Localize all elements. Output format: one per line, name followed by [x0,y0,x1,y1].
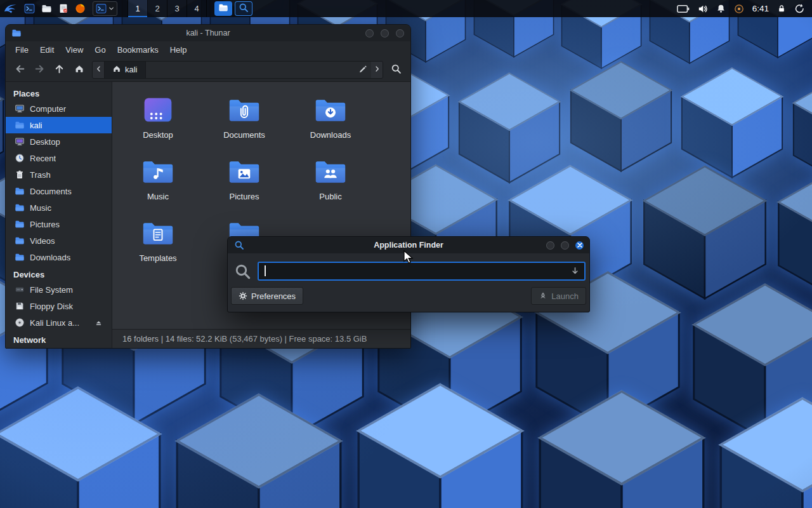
eject-icon[interactable] [95,319,108,327]
sidebar-item-downloads[interactable]: Downloads [6,249,112,265]
file-label: Music [147,192,169,201]
firefox-launcher[interactable] [72,0,89,17]
thunar-close-button[interactable] [396,29,404,37]
menu-file[interactable]: File [10,45,34,55]
edit-path-button[interactable] [355,62,371,78]
panel-clock[interactable]: 6:41 [752,4,769,13]
thunar-menubar: FileEditViewGoBookmarksHelp [6,41,410,58]
appfinder-minimize-button[interactable] [546,241,554,250]
sidebar-item-recent[interactable]: Recent [6,150,112,166]
sidebar-item-label: Videos [30,236,55,246]
arrow-left-icon [15,64,25,76]
sidebar-item-label: kali [30,121,43,130]
file-templates[interactable]: Templates [115,213,201,274]
sidebar-item-kali-linux-a[interactable]: Kali Linux a... [6,314,112,331]
sidebar-item-label: Floppy Disk [30,302,73,311]
sidebar-item-kali[interactable]: kali [6,117,112,133]
path-scroll-right-button[interactable] [371,62,383,78]
sidebar-item-videos[interactable]: Videos [6,232,112,249]
path-scroll-left-button[interactable] [93,62,104,78]
folder-template-icon [141,219,174,248]
sidebar-item-file-system[interactable]: File System [6,281,112,298]
thunar-minimize-button[interactable] [365,29,374,37]
sidebar-item-desktop[interactable]: Desktop [6,133,112,150]
sidebar-header-network: Network [6,331,112,347]
dropdown-arrow-icon[interactable] [570,266,580,276]
text-editor-launcher[interactable] [55,0,72,17]
sidebar-item-documents[interactable]: Documents [6,183,112,199]
terminal-dropdown[interactable] [93,1,117,16]
preferences-button[interactable]: Preferences [231,287,303,305]
up-button[interactable] [50,61,69,79]
sidebar-item-label: Trash [30,170,51,180]
file-pictures[interactable]: Pictures [201,151,287,213]
desktop-tile-icon [141,96,174,125]
appfinder-search-input[interactable] [258,262,586,281]
mouse-cursor [403,250,416,265]
menu-bookmarks[interactable]: Bookmarks [112,45,164,55]
sidebar-item-pictures[interactable]: Pictures [6,216,112,232]
arrow-right-icon [34,64,45,76]
back-button[interactable] [11,61,29,79]
folder-icon [15,203,25,213]
clock-icon [15,153,25,163]
folder-icon [15,236,25,246]
sidebar-item-floppy-disk[interactable]: Floppy Disk [6,298,112,314]
folder-picture-icon [228,157,261,187]
lock-icon[interactable] [777,4,786,13]
menu-edit[interactable]: Edit [34,45,60,55]
file-label: Desktop [143,130,173,140]
menu-go[interactable]: Go [89,45,111,55]
workspace-1[interactable]: 1 [128,0,148,17]
status-orb-icon[interactable] [734,4,744,14]
breadcrumb-kali[interactable]: kali [104,62,146,78]
workspace-3[interactable]: 3 [167,0,187,17]
file-public[interactable]: Public [287,151,374,213]
computer-icon [15,104,25,114]
file-label: Templates [139,253,176,263]
file-documents[interactable]: Documents [201,90,287,151]
taskbar-thunar[interactable] [214,1,232,16]
floppy-icon [15,301,25,311]
volume-icon[interactable] [698,4,708,14]
sidebar-item-music[interactable]: Music [6,199,112,216]
search-icon [234,263,251,280]
thunar-toolbar: kali [6,58,410,82]
sidebar-item-computer[interactable]: Computer [6,100,112,117]
sidebar-item-label: Kali Linux a... [30,318,79,328]
thunar-sidebar: PlacesComputerkaliDesktopRecentTrashDocu… [6,82,112,348]
workspace-4[interactable]: 4 [187,0,207,17]
battery-icon[interactable] [677,4,690,13]
sidebar-item-label: Recent [30,154,56,163]
power-icon[interactable] [794,4,804,14]
chevron-left-icon [95,65,103,75]
kali-menu-button[interactable] [0,0,21,17]
menu-help[interactable]: Help [164,45,193,55]
taskbar-appfinder[interactable] [235,1,252,16]
home-button[interactable] [70,61,88,79]
folder-people-icon [314,157,347,187]
launch-button[interactable]: Launch [531,287,586,305]
desktop-icon [15,137,25,147]
file-downloads[interactable]: Downloads [287,90,374,151]
thunar-titlebar[interactable]: kali - Thunar [6,25,410,41]
sidebar-item-label: Computer [30,104,66,114]
file-music[interactable]: Music [115,151,201,213]
appfinder-close-button[interactable] [575,241,584,250]
panel-launchers [0,0,121,17]
path-field[interactable] [146,62,355,78]
sidebar-item-label: Downloads [30,253,70,262]
file-desktop[interactable]: Desktop [115,90,201,151]
notifications-icon[interactable] [716,4,726,13]
thunar-maximize-button[interactable] [381,29,389,37]
search-button[interactable] [387,61,405,79]
forward-button[interactable] [30,61,49,79]
file-label: Documents [223,130,265,140]
workspace-2[interactable]: 2 [148,0,167,17]
appfinder-maximize-button[interactable] [561,241,569,250]
folder-download-icon [314,96,347,125]
terminal-launcher[interactable] [21,0,38,17]
sidebar-item-trash[interactable]: Trash [6,166,112,183]
file-manager-launcher[interactable] [38,0,55,17]
menu-view[interactable]: View [60,45,89,55]
